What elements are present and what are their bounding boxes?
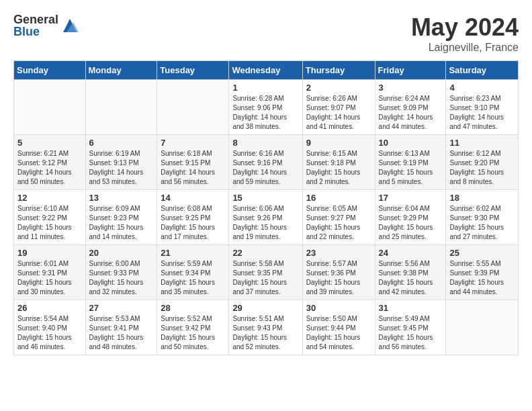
day-cell — [446, 300, 519, 355]
weekday-header-monday: Monday — [85, 61, 157, 80]
day-number: 2 — [306, 83, 371, 93]
day-number: 24 — [379, 248, 443, 258]
day-number: 29 — [232, 303, 298, 313]
day-number: 27 — [89, 303, 154, 313]
day-info: Sunrise: 6:09 AM Sunset: 9:23 PM Dayligh… — [89, 204, 154, 242]
day-cell: 22Sunrise: 5:58 AM Sunset: 9:35 PM Dayli… — [229, 245, 302, 300]
day-info: Sunrise: 6:04 AM Sunset: 9:29 PM Dayligh… — [379, 204, 443, 242]
day-info: Sunrise: 5:49 AM Sunset: 9:45 PM Dayligh… — [379, 314, 443, 352]
day-cell: 25Sunrise: 5:55 AM Sunset: 9:39 PM Dayli… — [446, 245, 519, 300]
day-cell: 8Sunrise: 6:16 AM Sunset: 9:16 PM Daylig… — [229, 135, 302, 190]
day-number: 16 — [306, 193, 371, 203]
day-number: 18 — [449, 193, 515, 203]
calendar-table: SundayMondayTuesdayWednesdayThursdayFrid… — [13, 60, 519, 355]
day-info: Sunrise: 5:51 AM Sunset: 9:43 PM Dayligh… — [232, 314, 298, 352]
weekday-header-tuesday: Tuesday — [157, 61, 229, 80]
day-info: Sunrise: 6:16 AM Sunset: 9:16 PM Dayligh… — [232, 149, 298, 187]
day-number: 20 — [89, 248, 154, 258]
day-cell — [85, 80, 157, 135]
day-info: Sunrise: 6:12 AM Sunset: 9:20 PM Dayligh… — [449, 149, 515, 187]
calendar-title: May 2024 — [411, 13, 519, 42]
logo-general: General — [13, 13, 58, 26]
day-cell: 5Sunrise: 6:21 AM Sunset: 9:12 PM Daylig… — [14, 135, 86, 190]
week-row-4: 19Sunrise: 6:01 AM Sunset: 9:31 PM Dayli… — [14, 245, 519, 300]
day-number: 11 — [449, 138, 515, 148]
day-cell: 15Sunrise: 6:06 AM Sunset: 9:26 PM Dayli… — [229, 190, 302, 245]
day-number: 17 — [379, 193, 443, 203]
day-number: 28 — [161, 303, 225, 313]
day-info: Sunrise: 5:53 AM Sunset: 9:41 PM Dayligh… — [89, 314, 154, 352]
day-cell: 27Sunrise: 5:53 AM Sunset: 9:41 PM Dayli… — [85, 300, 157, 355]
day-info: Sunrise: 5:54 AM Sunset: 9:40 PM Dayligh… — [17, 314, 82, 352]
day-cell — [14, 80, 86, 135]
day-number: 15 — [232, 193, 298, 203]
day-number: 12 — [17, 193, 82, 203]
day-cell — [157, 80, 229, 135]
day-cell: 10Sunrise: 6:13 AM Sunset: 9:19 PM Dayli… — [375, 135, 446, 190]
day-number: 1 — [232, 83, 298, 93]
logo-icon — [60, 15, 80, 36]
day-cell: 13Sunrise: 6:09 AM Sunset: 9:23 PM Dayli… — [85, 190, 157, 245]
day-number: 19 — [17, 248, 82, 258]
day-cell: 9Sunrise: 6:15 AM Sunset: 9:18 PM Daylig… — [302, 135, 375, 190]
day-info: Sunrise: 6:01 AM Sunset: 9:31 PM Dayligh… — [17, 259, 82, 297]
day-info: Sunrise: 6:18 AM Sunset: 9:15 PM Dayligh… — [161, 149, 225, 187]
day-number: 21 — [161, 248, 225, 258]
day-number: 7 — [161, 138, 225, 148]
day-info: Sunrise: 6:10 AM Sunset: 9:22 PM Dayligh… — [17, 204, 82, 242]
title-area: May 2024 Laigneville, France — [411, 13, 519, 54]
day-info: Sunrise: 5:58 AM Sunset: 9:35 PM Dayligh… — [232, 259, 298, 297]
day-cell: 29Sunrise: 5:51 AM Sunset: 9:43 PM Dayli… — [229, 300, 302, 355]
day-info: Sunrise: 5:57 AM Sunset: 9:36 PM Dayligh… — [306, 259, 371, 297]
day-number: 22 — [232, 248, 298, 258]
header: General Blue May 2024 Laigneville, Franc… — [13, 13, 519, 54]
day-info: Sunrise: 6:28 AM Sunset: 9:06 PM Dayligh… — [232, 94, 298, 132]
day-info: Sunrise: 6:19 AM Sunset: 9:13 PM Dayligh… — [89, 149, 154, 187]
week-row-1: 1Sunrise: 6:28 AM Sunset: 9:06 PM Daylig… — [14, 80, 519, 135]
day-cell: 14Sunrise: 6:08 AM Sunset: 9:25 PM Dayli… — [157, 190, 229, 245]
day-number: 25 — [449, 248, 515, 258]
weekday-header-thursday: Thursday — [302, 61, 375, 80]
day-number: 5 — [17, 138, 82, 148]
day-number: 9 — [306, 138, 371, 148]
day-cell: 21Sunrise: 5:59 AM Sunset: 9:34 PM Dayli… — [157, 245, 229, 300]
week-row-5: 26Sunrise: 5:54 AM Sunset: 9:40 PM Dayli… — [14, 300, 519, 355]
day-info: Sunrise: 5:50 AM Sunset: 9:44 PM Dayligh… — [306, 314, 371, 352]
weekday-header-row: SundayMondayTuesdayWednesdayThursdayFrid… — [14, 61, 519, 80]
day-cell: 18Sunrise: 6:02 AM Sunset: 9:30 PM Dayli… — [446, 190, 519, 245]
day-number: 6 — [89, 138, 154, 148]
day-cell: 20Sunrise: 6:00 AM Sunset: 9:33 PM Dayli… — [85, 245, 157, 300]
day-cell: 7Sunrise: 6:18 AM Sunset: 9:15 PM Daylig… — [157, 135, 229, 190]
day-cell: 31Sunrise: 5:49 AM Sunset: 9:45 PM Dayli… — [375, 300, 446, 355]
weekday-header-sunday: Sunday — [14, 61, 86, 80]
day-info: Sunrise: 6:23 AM Sunset: 9:10 PM Dayligh… — [449, 94, 515, 132]
day-number: 26 — [17, 303, 82, 313]
day-cell: 17Sunrise: 6:04 AM Sunset: 9:29 PM Dayli… — [375, 190, 446, 245]
day-info: Sunrise: 5:56 AM Sunset: 9:38 PM Dayligh… — [379, 259, 443, 297]
day-info: Sunrise: 6:24 AM Sunset: 9:09 PM Dayligh… — [379, 94, 443, 132]
day-cell: 6Sunrise: 6:19 AM Sunset: 9:13 PM Daylig… — [85, 135, 157, 190]
day-cell: 23Sunrise: 5:57 AM Sunset: 9:36 PM Dayli… — [302, 245, 375, 300]
week-row-3: 12Sunrise: 6:10 AM Sunset: 9:22 PM Dayli… — [14, 190, 519, 245]
weekday-header-friday: Friday — [375, 61, 446, 80]
day-cell: 30Sunrise: 5:50 AM Sunset: 9:44 PM Dayli… — [302, 300, 375, 355]
day-info: Sunrise: 6:15 AM Sunset: 9:18 PM Dayligh… — [306, 149, 371, 187]
day-info: Sunrise: 6:21 AM Sunset: 9:12 PM Dayligh… — [17, 149, 82, 187]
logo: General Blue — [13, 13, 80, 38]
day-cell: 24Sunrise: 5:56 AM Sunset: 9:38 PM Dayli… — [375, 245, 446, 300]
logo-blue: Blue — [13, 26, 58, 38]
day-number: 10 — [379, 138, 443, 148]
day-info: Sunrise: 6:13 AM Sunset: 9:19 PM Dayligh… — [379, 149, 443, 187]
day-info: Sunrise: 6:26 AM Sunset: 9:07 PM Dayligh… — [306, 94, 371, 132]
day-cell: 26Sunrise: 5:54 AM Sunset: 9:40 PM Dayli… — [14, 300, 86, 355]
day-cell: 16Sunrise: 6:05 AM Sunset: 9:27 PM Dayli… — [302, 190, 375, 245]
day-info: Sunrise: 6:02 AM Sunset: 9:30 PM Dayligh… — [449, 204, 515, 242]
day-info: Sunrise: 5:59 AM Sunset: 9:34 PM Dayligh… — [161, 259, 225, 297]
weekday-header-saturday: Saturday — [446, 61, 519, 80]
day-cell: 11Sunrise: 6:12 AM Sunset: 9:20 PM Dayli… — [446, 135, 519, 190]
day-number: 4 — [449, 83, 515, 93]
day-number: 13 — [89, 193, 154, 203]
day-number: 23 — [306, 248, 371, 258]
day-info: Sunrise: 6:00 AM Sunset: 9:33 PM Dayligh… — [89, 259, 154, 297]
day-info: Sunrise: 5:55 AM Sunset: 9:39 PM Dayligh… — [449, 259, 515, 297]
